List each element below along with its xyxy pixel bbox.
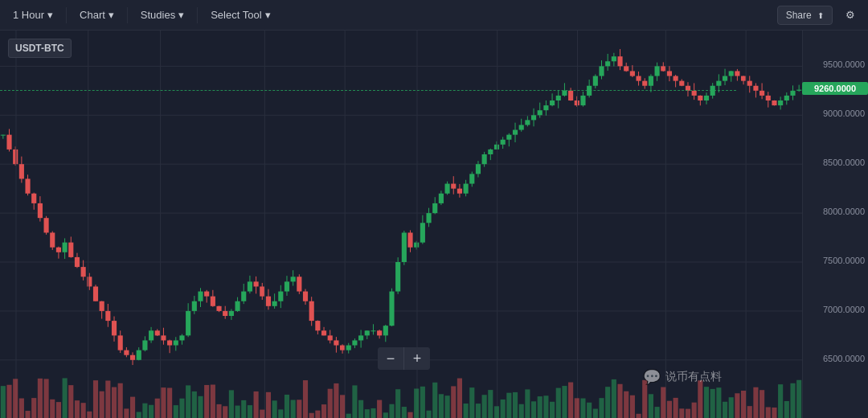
price-line <box>0 90 736 91</box>
timeframe-button[interactable]: 1 Hour ▾ <box>6 6 59 24</box>
price-label-8500: 8500.0000 <box>823 158 865 167</box>
chart-button[interactable]: Chart ▾ <box>73 6 121 24</box>
wechat-icon: 💬 <box>643 368 661 386</box>
zoom-controls: − + <box>378 347 430 370</box>
zoom-out-button[interactable]: − <box>378 347 403 370</box>
studies-label: Studies <box>141 9 175 21</box>
chevron-down-icon-4: ▾ <box>265 9 271 21</box>
watermark-text: 说币有点料 <box>665 370 722 384</box>
price-label-9000: 9000.0000 <box>823 109 865 118</box>
select-tool-button[interactable]: Select Tool ▾ <box>204 6 276 24</box>
share-label: Share <box>786 10 812 21</box>
price-label-8000: 8000.0000 <box>823 207 865 216</box>
price-label-7000: 7000.0000 <box>823 305 865 314</box>
separator-2 <box>127 7 128 23</box>
settings-button[interactable]: ⚙ <box>839 6 862 24</box>
toolbar: 1 Hour ▾ Chart ▾ Studies ▾ Select Tool ▾… <box>0 0 868 31</box>
minus-icon: − <box>387 350 395 367</box>
share-button[interactable]: Share ⬆ <box>777 6 833 25</box>
price-axis: 9260.0000 9500.00009000.00008500.0000800… <box>802 31 868 418</box>
toolbar-right: Share ⬆ ⚙ <box>777 6 862 25</box>
zoom-in-button[interactable]: + <box>404 347 430 370</box>
separator-1 <box>66 7 67 23</box>
price-label-6500: 6500.0000 <box>823 354 865 363</box>
chart-main[interactable]: USDT-BTC − + 💬 说币有点料 <box>0 31 802 418</box>
chevron-down-icon-3: ▾ <box>178 9 184 21</box>
share-icon: ⬆ <box>817 11 824 20</box>
chevron-down-icon: ▾ <box>47 9 53 21</box>
timeframe-label: 1 Hour <box>13 9 44 21</box>
symbol-badge: USDT-BTC <box>8 39 72 58</box>
plus-icon: + <box>413 350 422 367</box>
chart-label: Chart <box>80 9 105 21</box>
price-label-9500: 9500.0000 <box>823 59 865 69</box>
watermark: 💬 说币有点料 <box>643 368 722 386</box>
gear-icon: ⚙ <box>845 9 855 21</box>
current-price-badge: 9260.0000 <box>802 82 868 95</box>
price-label-7500: 7500.0000 <box>823 256 865 265</box>
chevron-down-icon-2: ▾ <box>108 9 114 21</box>
chart-container: USDT-BTC − + 💬 说币有点料 9260.0000 9500.0000… <box>0 31 868 418</box>
select-tool-label: Select Tool <box>211 9 261 21</box>
separator-3 <box>197 7 198 23</box>
studies-button[interactable]: Studies ▾ <box>134 6 190 24</box>
